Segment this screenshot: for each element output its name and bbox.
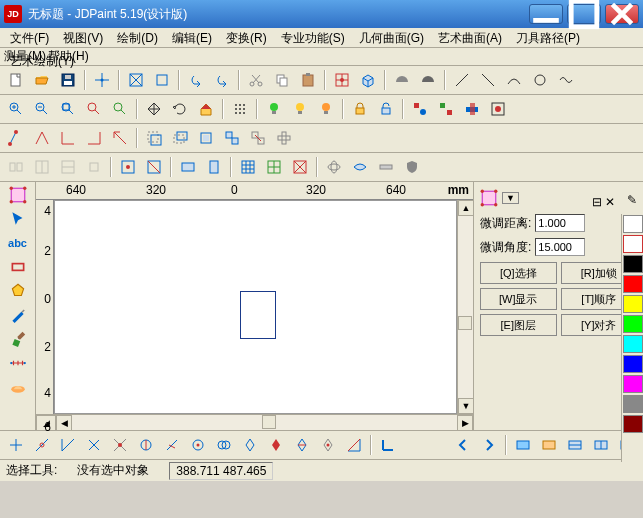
snap2-icon[interactable] (30, 433, 54, 457)
menu-file[interactable]: 文件(F) (4, 28, 55, 49)
snap7-icon[interactable] (160, 433, 184, 457)
g7-icon[interactable] (176, 155, 200, 179)
color-swatch[interactable] (623, 295, 643, 313)
color-swatch[interactable] (623, 335, 643, 353)
pen-tool-icon[interactable] (3, 304, 33, 326)
unlock-icon[interactable] (374, 97, 398, 121)
color-swatch[interactable] (623, 215, 643, 233)
panel-dropdown-icon[interactable]: ▼ (502, 192, 519, 204)
snap6-icon[interactable] (134, 433, 158, 457)
nav-right-icon[interactable] (477, 433, 501, 457)
surf1-icon[interactable] (322, 155, 346, 179)
semicircle2-icon[interactable] (416, 68, 440, 92)
color-swatch[interactable] (623, 235, 643, 253)
g4-icon[interactable] (82, 155, 106, 179)
layer6-icon[interactable] (272, 126, 296, 150)
scroll-left-icon[interactable]: ◀ (56, 415, 72, 431)
color-swatch[interactable] (623, 315, 643, 333)
drawn-rectangle[interactable] (240, 291, 276, 339)
scroll-down-icon[interactable]: ▼ (458, 398, 474, 414)
btn-display[interactable]: [W]显示 (480, 288, 557, 310)
scroll-thumb-h[interactable] (262, 415, 276, 429)
color-swatch[interactable] (623, 275, 643, 293)
zoom-fit-icon[interactable] (82, 97, 106, 121)
minimize-button[interactable] (529, 4, 563, 24)
copy-icon[interactable] (270, 68, 294, 92)
arc-icon[interactable] (502, 68, 526, 92)
snap11-icon[interactable] (264, 433, 288, 457)
angle2-icon[interactable] (56, 126, 80, 150)
g3-icon[interactable] (56, 155, 80, 179)
scroll-right-icon[interactable]: ▶ (457, 415, 473, 431)
snap9-icon[interactable] (212, 433, 236, 457)
snap3-icon[interactable] (56, 433, 80, 457)
close-panel-icon[interactable]: ✕ (605, 195, 615, 209)
maximize-button[interactable] (567, 4, 601, 24)
color-swatch[interactable] (623, 395, 643, 413)
pan-icon[interactable] (142, 97, 166, 121)
menu-view[interactable]: 视图(V) (57, 28, 109, 49)
shape4-icon[interactable] (486, 97, 510, 121)
zoom-window-icon[interactable] (56, 97, 80, 121)
btn-layer[interactable]: [E]图层 (480, 314, 557, 336)
lock-icon[interactable] (348, 97, 372, 121)
cursor-tool-icon[interactable] (3, 208, 33, 230)
zoom-all-icon[interactable] (108, 97, 132, 121)
menu-geosurf[interactable]: 几何曲面(G) (353, 28, 430, 49)
snap10-icon[interactable] (238, 433, 262, 457)
menu-transform[interactable]: 变换(R) (220, 28, 273, 49)
color-swatch[interactable] (623, 415, 643, 433)
relief-tool-icon[interactable] (3, 376, 33, 398)
angle4-icon[interactable] (108, 126, 132, 150)
grid-c-icon[interactable] (288, 155, 312, 179)
snap4-icon[interactable] (82, 433, 106, 457)
move-grid-icon[interactable] (330, 68, 354, 92)
bulb-orange-icon[interactable] (314, 97, 338, 121)
snap5-icon[interactable] (108, 433, 132, 457)
view4-icon[interactable] (589, 433, 613, 457)
color-swatch[interactable] (623, 255, 643, 273)
dist-input[interactable] (535, 214, 585, 232)
g1-icon[interactable] (4, 155, 28, 179)
snap8-icon[interactable] (186, 433, 210, 457)
view1-icon[interactable] (511, 433, 535, 457)
new-icon[interactable] (4, 68, 28, 92)
menu-measure[interactable]: 测量(M) (4, 48, 46, 65)
layer4-icon[interactable] (220, 126, 244, 150)
menu-toolpath[interactable]: 刀具路径(P) (510, 28, 586, 49)
rect-tool-icon[interactable] (3, 256, 33, 278)
rotate-icon[interactable] (168, 97, 192, 121)
select-tool-icon[interactable] (3, 184, 33, 206)
angle1-icon[interactable] (30, 126, 54, 150)
pencil-icon[interactable]: ✎ (627, 193, 637, 207)
view2-icon[interactable] (537, 433, 561, 457)
pin-icon[interactable]: ⊟ (592, 195, 602, 209)
scrollbar-vertical[interactable]: ▲ ▼ (457, 200, 473, 414)
grid-a-icon[interactable] (236, 155, 260, 179)
shape3-icon[interactable] (460, 97, 484, 121)
shape2-icon[interactable] (434, 97, 458, 121)
redo-icon[interactable] (210, 68, 234, 92)
grid-dots-icon[interactable] (228, 97, 252, 121)
layer3-icon[interactable] (194, 126, 218, 150)
btn-select[interactable]: [Q]选择 (480, 262, 557, 284)
menu-edit[interactable]: 编辑(E) (166, 28, 218, 49)
xbox-icon[interactable] (124, 68, 148, 92)
close-button[interactable] (605, 4, 639, 24)
undo-icon[interactable] (184, 68, 208, 92)
layer2-icon[interactable] (168, 126, 192, 150)
ortho-icon[interactable] (376, 433, 400, 457)
zoom-out-icon[interactable] (30, 97, 54, 121)
backslash-icon[interactable] (476, 68, 500, 92)
scroll-up-icon[interactable]: ▲ (458, 200, 474, 216)
line-icon[interactable] (450, 68, 474, 92)
grid-b-icon[interactable] (262, 155, 286, 179)
menu-draw[interactable]: 绘制(D) (111, 28, 164, 49)
bulb-yellow-icon[interactable] (288, 97, 312, 121)
nav-left-icon[interactable] (451, 433, 475, 457)
circle-icon[interactable] (528, 68, 552, 92)
text-tool-icon[interactable]: abc (3, 232, 33, 254)
poly-tool-icon[interactable] (3, 280, 33, 302)
scroll-thumb-v[interactable] (458, 316, 472, 330)
angle-input[interactable] (535, 238, 585, 256)
